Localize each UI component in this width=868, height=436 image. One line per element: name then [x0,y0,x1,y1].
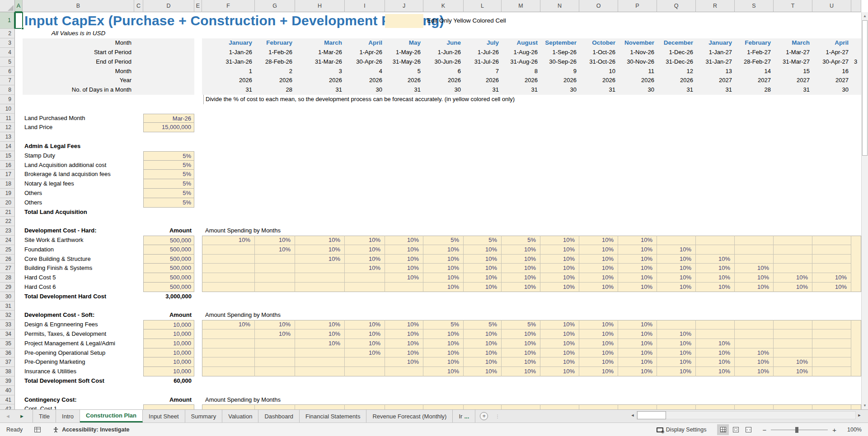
hard-cell-M27[interactable]: 10% [502,264,540,273]
row-header-27[interactable]: 27 [0,264,15,273]
soft-cell-S35[interactable] [735,339,774,348]
row-header-18[interactable]: 18 [0,179,15,189]
row-header-17[interactable]: 17 [0,170,15,179]
hard-cell-G27[interactable] [255,264,295,273]
soft-cell-F37[interactable] [202,357,255,367]
soft-cell-F36[interactable] [202,348,255,358]
page-break-view-button[interactable] [742,424,754,435]
soft-cell-G33[interactable]: 10% [255,320,295,329]
hard-cell-K27[interactable]: 10% [423,264,464,273]
soft-cell-I37[interactable] [345,357,385,367]
soft-cell-S36[interactable]: 10% [735,348,774,358]
hard-cell-R29[interactable]: 10% [696,283,735,292]
hard-cell-M28[interactable]: 10% [502,273,540,283]
hard-cell-I27[interactable]: 10% [345,264,385,273]
hard-cell-N25[interactable]: 10% [540,245,579,255]
soft-cell-T37[interactable]: 10% [774,357,812,367]
soft-cell-H36[interactable] [295,348,345,358]
contingency-cell-T42[interactable] [774,404,812,409]
row-header-12[interactable]: 12 [0,123,15,132]
hard-cell-R24[interactable] [696,236,735,245]
soft-cell-O34[interactable]: 10% [579,329,618,339]
soft-cell-I36[interactable]: 10% [345,348,385,358]
hard-cell-U29[interactable]: 10% [812,283,851,292]
soft-cell-H38[interactable] [295,367,345,376]
soft-cell-I38[interactable] [345,367,385,376]
hard-cell-H26[interactable]: 10% [295,255,345,264]
row-header-29[interactable]: 29 [0,283,15,292]
hard-cell-T25[interactable] [774,245,812,255]
sheet-tab-ir[interactable]: Ir... [453,410,475,422]
hard-cell-K24[interactable]: 5% [423,236,464,245]
admin-fee-input-1[interactable]: 5% [143,161,194,170]
zoom-out-button[interactable]: − [762,426,766,434]
soft-cell-T36[interactable] [774,348,812,358]
hard-amount-input-2[interactable]: 500,000 [143,255,194,264]
hard-cell-T26[interactable] [774,255,812,264]
display-settings-button[interactable]: Display Settings [650,427,713,433]
hard-cell-U27[interactable] [812,264,851,273]
sheet-tab-title[interactable]: Title [33,410,56,422]
soft-cell-R37[interactable]: 10% [696,357,735,367]
row-header-38[interactable]: 38 [0,367,15,376]
hard-cell-Q25[interactable]: 10% [657,245,696,255]
soft-cell-Q36[interactable]: 10% [657,348,696,358]
row-header-20[interactable]: 20 [0,198,15,208]
hard-cell-G26[interactable] [255,255,295,264]
hard-cell-I29[interactable] [345,283,385,292]
soft-cell-S33[interactable] [735,320,774,329]
hard-cell-Q26[interactable]: 10% [657,255,696,264]
row-header-42[interactable]: 42 [0,404,15,409]
contingency-cell-S42[interactable] [735,404,774,409]
admin-fee-input-5[interactable]: 5% [143,198,194,208]
hard-cell-R28[interactable]: 10% [696,273,735,283]
hard-cell-Q24[interactable] [657,236,696,245]
hard-cell-F25[interactable] [202,245,255,255]
hard-cell-H24[interactable]: 10% [295,236,345,245]
soft-amount-input-3[interactable]: 10,000 [143,348,194,358]
row-header-6[interactable]: 6 [0,67,15,76]
hard-cell-K29[interactable]: 10% [423,283,464,292]
sheet-tab-input-sheet[interactable]: Input Sheet [143,410,185,422]
hard-cell-I25[interactable]: 10% [345,245,385,255]
soft-cell-S37[interactable]: 10% [735,357,774,367]
row-header-14[interactable]: 14 [0,142,15,151]
contingency-cell-J42[interactable] [385,404,423,409]
hard-cell-T28[interactable]: 10% [774,273,812,283]
row-header-8[interactable]: 8 [0,85,15,95]
fill-handle[interactable] [21,27,24,30]
scroll-up-icon[interactable]: ▲ [862,12,868,20]
hard-cell-O26[interactable]: 10% [579,255,618,264]
row-header-15[interactable]: 15 [0,151,15,161]
soft-cell-O37[interactable]: 10% [579,357,618,367]
column-header-S[interactable]: S [735,0,774,12]
row-header-30[interactable]: 30 [0,292,15,301]
sheet-tab-construction-plan[interactable]: Construction Plan [80,410,143,422]
soft-cell-Q34[interactable]: 10% [657,329,696,339]
hard-cell-P26[interactable]: 10% [618,255,657,264]
accessibility-status[interactable]: Accessibility: Investigate [62,427,129,433]
column-header-M[interactable]: M [502,0,540,12]
hard-cell-F29[interactable] [202,283,255,292]
hard-cell-H25[interactable]: 10% [295,245,345,255]
soft-cell-H35[interactable]: 10% [295,339,345,348]
hard-cell-L27[interactable]: 10% [464,264,502,273]
hard-cell-P28[interactable]: 10% [618,273,657,283]
column-header-H[interactable]: H [295,0,345,12]
hard-cell-U28[interactable]: 10% [812,273,851,283]
sheet-tab-financial-statements[interactable]: Financial Statements [300,410,366,422]
sheet-tab-dashboard[interactable]: Dashboard [258,410,300,422]
horizontal-scrollbar[interactable]: ◄ ► [629,411,863,420]
soft-cell-G34[interactable]: 10% [255,329,295,339]
soft-cell-M35[interactable]: 10% [502,339,540,348]
row-header-39[interactable]: 39 [0,376,15,386]
hard-amount-input-3[interactable]: 500,000 [143,264,194,273]
horizontal-scrollbar-track[interactable] [636,411,856,419]
hard-cell-N29[interactable]: 10% [540,283,579,292]
hard-cell-G24[interactable]: 10% [255,236,295,245]
land-price-input[interactable]: 15,000,000 [143,123,194,132]
hard-cell-J28[interactable]: 10% [385,273,423,283]
soft-cell-L35[interactable]: 10% [464,339,502,348]
hard-cell-Q28[interactable]: 10% [657,273,696,283]
zoom-slider-thumb[interactable] [795,427,798,433]
